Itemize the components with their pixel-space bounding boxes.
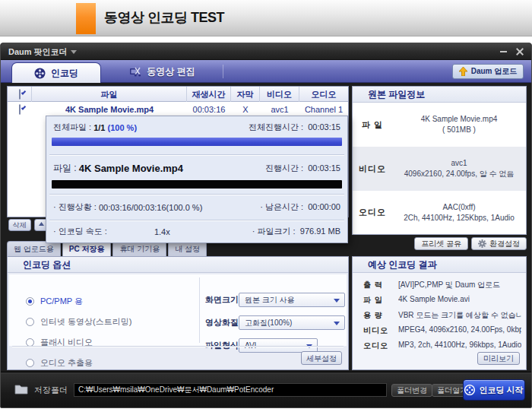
banner-accent-block bbox=[76, 3, 96, 34]
main-tabstrip: 인코딩 동영상 편집 Daum 업로드 bbox=[1, 60, 531, 83]
table-row[interactable]: 4K Sample Movie.mp4 00:03:16 X avc1 Chan… bbox=[8, 102, 348, 117]
result-audio-label: 오디오 bbox=[363, 341, 398, 351]
expected-result-title: 예상 인코딩 결과 bbox=[353, 257, 526, 273]
preset-tab-web-upload[interactable]: 웹 업로드용 bbox=[7, 241, 61, 258]
column-duration[interactable]: 재생시간 bbox=[187, 87, 231, 102]
start-encoding-label: 인코딩 시작 bbox=[479, 385, 523, 396]
preset-tabbar: 웹 업로드용 PC 저장용 휴대 기기용 내 설정 bbox=[7, 241, 207, 258]
preset-tab-my-settings[interactable]: 내 설정 bbox=[168, 241, 207, 258]
scissors-edit-icon bbox=[129, 66, 141, 77]
radio-pc-pmp[interactable]: PC/PMP 용 bbox=[26, 296, 83, 307]
dialog-separator bbox=[49, 154, 344, 155]
column-video[interactable]: 비디오 bbox=[260, 87, 299, 102]
cell-video-codec: avc1 bbox=[260, 102, 299, 117]
screen-size-select[interactable]: 원본 크기 사용 bbox=[239, 293, 345, 307]
page-title: 동영상 인코딩 TEST bbox=[104, 8, 224, 27]
close-icon[interactable] bbox=[515, 47, 524, 55]
tab-video-edit[interactable]: 동영상 편집 bbox=[107, 60, 217, 83]
cell-duration: 00:03:16 bbox=[187, 102, 231, 117]
dropdown-arrow-icon bbox=[334, 299, 340, 303]
source-audio-codec: AAC(0xff) bbox=[442, 202, 475, 213]
preset-tab-pc-save[interactable]: PC 저장용 bbox=[62, 241, 112, 258]
cell-audio-channel: Channel 1 bbox=[299, 102, 348, 117]
status-value: 00:03:16/00:03:16(100.0 %) bbox=[99, 203, 202, 212]
result-file-label: 파 일 bbox=[363, 295, 398, 306]
preset-share-label: 프리셋 공유 bbox=[421, 238, 461, 250]
column-subtitle[interactable]: 자막 bbox=[231, 87, 260, 102]
change-folder-button[interactable]: 폴더변경 bbox=[391, 384, 432, 397]
radio-internet-streaming[interactable]: 인터넷 동영상(스트리밍) bbox=[26, 316, 131, 328]
radio-icon bbox=[26, 318, 34, 326]
total-time-label: 전체진행시간 : bbox=[249, 122, 303, 132]
result-file-row: 파 일 4K Sample Movie.avi bbox=[363, 295, 521, 306]
total-files-label: 전체파일 : bbox=[53, 122, 91, 133]
expected-result-panel: 예상 인코딩 결과 출 력 [AVI]PC,PMP 및 Daum 업로드 파 일… bbox=[352, 256, 527, 370]
file-name: 4K Sample Movie.mp4 bbox=[79, 163, 183, 174]
preset-share-button[interactable]: 프리셋 공유 bbox=[414, 237, 468, 250]
preset-tab-mobile-device[interactable]: 휴대 기기용 bbox=[112, 241, 166, 258]
column-file[interactable]: 파일 bbox=[32, 87, 187, 102]
radio-streaming-label: 인터넷 동영상(스트리밍) bbox=[40, 316, 131, 328]
source-video-label: 비디오 bbox=[353, 147, 392, 191]
status-label: · 진행상황 : bbox=[53, 201, 97, 213]
result-output-row: 출 력 [AVI]PC,PMP 및 Daum 업로드 bbox=[363, 280, 521, 290]
settings-buttons-row: 프리셋 공유 환경설정 bbox=[352, 237, 527, 250]
tab-video-edit-label: 동영상 편집 bbox=[147, 65, 195, 78]
result-file-value: 4K Sample Movie.avi bbox=[398, 295, 521, 306]
source-video-row: 비디오 avc1 4096x2160, 24.00fps, 알 수 없음 bbox=[353, 147, 526, 191]
total-files-value: 1/1 bbox=[93, 123, 105, 132]
tab-separator bbox=[223, 65, 223, 78]
source-info-title: 원본 파일정보 bbox=[353, 87, 526, 103]
delete-file-button[interactable]: 삭제 bbox=[8, 219, 31, 231]
source-audio-detail: 2Ch, 44100Hz, 125Kbps, 1Audio bbox=[404, 213, 515, 223]
column-audio[interactable]: 오디오 bbox=[299, 87, 348, 102]
file-list-header: 파일 재생시간 자막 비디오 오디오 bbox=[8, 87, 348, 102]
settings-button[interactable]: 환경설정 bbox=[471, 237, 527, 250]
chevron-down-icon[interactable] bbox=[71, 50, 77, 54]
screen-size-value: 원본 크기 사용 bbox=[245, 296, 295, 304]
total-time-value: 00:03:15 bbox=[308, 122, 340, 132]
preview-button[interactable]: 미리보기 bbox=[477, 352, 520, 365]
source-audio-row: 오디오 AAC(0xff) 2Ch, 44100Hz, 125Kbps, 1Au… bbox=[353, 191, 526, 234]
source-audio-label: 오디오 bbox=[353, 191, 392, 234]
progress-dialog: 전체파일 : 1/1 (100 %) 전체진행시간 : 00:03:15 파일 … bbox=[46, 116, 348, 243]
daum-upload-button[interactable]: Daum 업로드 bbox=[452, 64, 524, 79]
quality-select[interactable]: 고화질(100%) bbox=[239, 315, 345, 330]
remaining-value: 00:00:00 bbox=[308, 202, 340, 211]
film-reel-icon bbox=[34, 68, 46, 79]
minimize-icon[interactable] bbox=[500, 51, 507, 52]
detail-settings-button[interactable]: 세부설정 bbox=[301, 351, 342, 365]
arrow-up-icon bbox=[39, 222, 44, 227]
cell-subtitle: X bbox=[231, 102, 260, 117]
bottom-bar: 저장폴더 폴더변경 폴더열기 인코딩 시작 bbox=[1, 372, 531, 407]
source-info-panel: 원본 파일정보 파 일 4K Sample Movie.mp4 ( 501MB … bbox=[352, 86, 527, 235]
result-audio-value: MP3, 2ch, 44100Hz, 96kbps, 1Audio bbox=[398, 341, 521, 351]
options-footer-divider bbox=[12, 346, 344, 347]
window-title: Daum 팟인코더 bbox=[8, 46, 68, 58]
screen-size-row: 화면크기 원본 크기 사용 bbox=[205, 293, 345, 307]
filesize-value: 976.91 MB bbox=[300, 227, 340, 236]
source-file-name: 4K Sample Movie.mp4 bbox=[421, 114, 498, 125]
window-titlebar: Daum 팟인코더 bbox=[1, 43, 531, 60]
save-folder-path-input[interactable] bbox=[74, 383, 387, 397]
row-checkbox[interactable] bbox=[19, 104, 21, 115]
file-progress-bar bbox=[52, 180, 342, 189]
check-icon bbox=[21, 105, 26, 109]
radio-icon bbox=[26, 359, 34, 367]
total-progress-row: 전체파일 : 1/1 (100 %) 전체진행시간 : 00:03:15 bbox=[53, 122, 340, 133]
speed-value: 1.4x bbox=[154, 227, 170, 236]
radio-audio-extract[interactable]: 오디오 추출용 bbox=[26, 357, 93, 369]
select-all-checkbox[interactable] bbox=[19, 89, 21, 100]
status-row: · 진행상황 : 00:03:16/00:03:16(100.0 %) · 남은… bbox=[53, 201, 340, 213]
result-size-row: 용 량 VBR 모드는 크기를 예상할 수 없습니다. bbox=[363, 310, 521, 321]
options-divider bbox=[199, 277, 200, 343]
gear-icon bbox=[478, 239, 486, 248]
start-encoding-button[interactable]: 인코딩 시작 bbox=[463, 379, 525, 401]
page-banner: 동영상 인코딩 TEST bbox=[0, 0, 532, 36]
radio-icon bbox=[26, 297, 34, 306]
dialog-separator bbox=[49, 194, 344, 195]
radio-audio-label: 오디오 추출용 bbox=[40, 357, 93, 369]
result-audio-row: 오디오 MP3, 2ch, 44100Hz, 96kbps, 1Audio bbox=[363, 341, 521, 351]
settings-label: 환경설정 bbox=[489, 238, 520, 250]
tab-encoding[interactable]: 인코딩 bbox=[11, 62, 101, 83]
